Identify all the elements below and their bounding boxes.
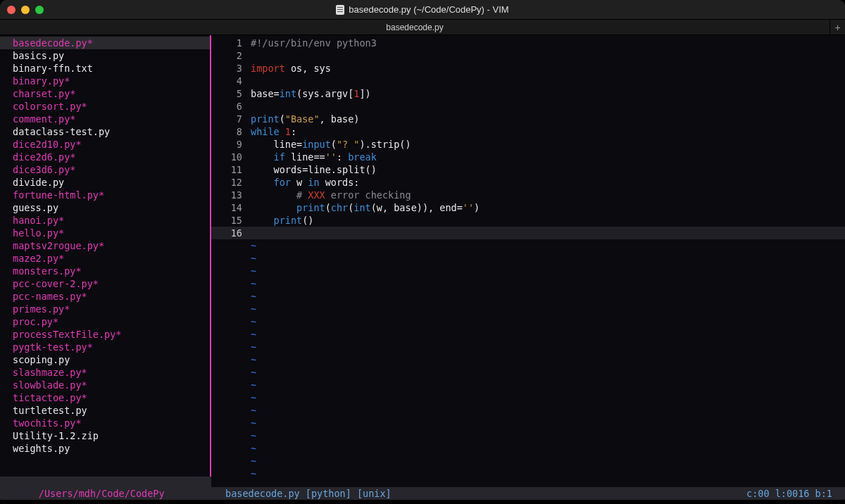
code-line (248, 227, 845, 239)
tilde-marker: ~ (251, 315, 256, 328)
add-tab-button[interactable]: + (830, 20, 845, 34)
file-row[interactable]: colorsort.py* (0, 100, 211, 113)
line-number: 9 (211, 138, 248, 151)
line-number: 14 (211, 201, 248, 214)
tilde-marker: ~ (251, 328, 256, 341)
file-row[interactable]: charset.py* (0, 87, 211, 100)
file-list: basedecode.py*basics.pybinary-ffn.txtbin… (0, 35, 211, 455)
line-number: 5 (211, 87, 248, 100)
file-row[interactable]: tictactoe.py* (0, 391, 211, 404)
code-line: print() (248, 214, 845, 227)
file-row[interactable]: twochits.py* (0, 417, 211, 429)
file-row[interactable]: turtletest.py (0, 404, 211, 417)
tab-label: basedecode.py (386, 23, 443, 32)
close-icon[interactable] (7, 6, 15, 14)
code-line (248, 100, 845, 113)
tilde-marker: ~ (251, 404, 256, 417)
line-number: 6 (211, 100, 248, 113)
file-row[interactable]: pcc-cover-2.py* (0, 277, 211, 290)
file-row[interactable]: fortune-html.py* (0, 189, 211, 201)
file-row[interactable]: pcc-names.py* (0, 290, 211, 303)
tilde-marker: ~ (251, 290, 256, 303)
status-cursor-pos: c:00 l:0016 b:1 (746, 488, 845, 499)
code-line: # XXX error checking (248, 189, 845, 201)
file-row[interactable]: hello.py* (0, 227, 211, 239)
tilde-marker: ~ (251, 391, 256, 404)
file-row[interactable]: guess.py (0, 201, 211, 214)
file-row[interactable]: slashmaze.py* (0, 366, 211, 379)
code-line: base=int(sys.argv[1]) (248, 87, 845, 100)
code-line: import os, sys (248, 62, 845, 75)
vim-window: basedecode.py (~/Code/CodePy) - VIM base… (0, 0, 845, 504)
line-number: 1 (211, 37, 248, 49)
code-buffer[interactable]: #!/usr/bin/env python3 import os, sys ba… (248, 35, 845, 487)
tilde-marker: ~ (251, 366, 256, 379)
line-number: 3 (211, 62, 248, 75)
zoom-icon[interactable] (35, 6, 44, 14)
code-line (248, 75, 845, 87)
line-number: 2 (211, 49, 248, 62)
tilde-marker: ~ (251, 442, 256, 455)
tilde-marker: ~ (251, 417, 256, 429)
tab-bar: basedecode.py + (0, 20, 845, 35)
file-row[interactable]: divide.py (0, 176, 211, 189)
line-number: 10 (211, 151, 248, 163)
file-row[interactable]: Utility-1.2.zip (0, 429, 211, 442)
file-row[interactable]: proc.py* (0, 315, 211, 328)
code-line: for w in words: (248, 176, 845, 189)
file-row[interactable]: pygtk-test.py* (0, 341, 211, 353)
file-row[interactable]: maptsv2rogue.py* (0, 239, 211, 252)
file-browser[interactable]: basedecode.py*basics.pybinary-ffn.txtbin… (0, 35, 211, 487)
titlebar: basedecode.py (~/Code/CodePy) - VIM (0, 0, 845, 20)
file-row[interactable]: comment.py* (0, 113, 211, 125)
tilde-marker: ~ (251, 467, 256, 480)
file-row[interactable]: binary.py* (0, 75, 211, 87)
file-row[interactable]: dice2d6.py* (0, 151, 211, 163)
split-divider[interactable] (210, 35, 211, 487)
document-icon (336, 5, 344, 15)
tilde-marker: ~ (251, 379, 256, 391)
tilde-marker: ~ (251, 429, 256, 442)
line-number-gutter: 12345678910111213141516 (211, 35, 248, 487)
tilde-marker: ~ (251, 265, 256, 277)
line-number: 13 (211, 189, 248, 201)
minimize-icon[interactable] (21, 6, 30, 14)
file-row[interactable]: weights.py (0, 442, 211, 455)
tilde-marker: ~ (251, 252, 256, 265)
bottom-padding (0, 500, 845, 504)
window-title: basedecode.py (~/Code/CodePy) - VIM (0, 4, 845, 15)
code-line: #!/usr/bin/env python3 (248, 37, 845, 49)
tab-active[interactable]: basedecode.py (0, 20, 830, 34)
tilde-marker: ~ (251, 303, 256, 315)
line-number: 12 (211, 176, 248, 189)
file-row[interactable]: primes.py* (0, 303, 211, 315)
status-file-info: basedecode.py [python] [unix] (211, 488, 746, 499)
line-number: 8 (211, 125, 248, 138)
line-number: 11 (211, 163, 248, 176)
file-row[interactable]: scoping.py (0, 353, 211, 366)
code-line (248, 49, 845, 62)
file-row[interactable]: basedecode.py* (0, 37, 211, 49)
file-row[interactable]: binary-ffn.txt (0, 62, 211, 75)
file-row[interactable]: dice3d6.py* (0, 163, 211, 176)
file-row[interactable]: processTextFile.py* (0, 328, 211, 341)
file-row[interactable]: slowblade.py* (0, 379, 211, 391)
file-row[interactable]: maze2.py* (0, 252, 211, 265)
status-bar: /Users/mdh/Code/CodePy basedecode.py [py… (0, 487, 845, 500)
plus-icon: + (834, 22, 840, 33)
line-number: 7 (211, 113, 248, 125)
file-row[interactable]: dataclass-test.py (0, 125, 211, 138)
editor-area: basedecode.py*basics.pybinary-ffn.txtbin… (0, 35, 845, 487)
file-row[interactable]: basics.py (0, 49, 211, 62)
traffic-lights (7, 6, 44, 14)
code-line: print("Base", base) (248, 113, 845, 125)
code-line: while 1: (248, 125, 845, 138)
status-path-text: /Users/mdh/Code/CodePy (39, 488, 165, 499)
tilde-marker: ~ (251, 239, 256, 252)
file-row[interactable]: dice2d10.py* (0, 138, 211, 151)
line-number: 16 (211, 227, 248, 239)
file-row[interactable]: monsters.py* (0, 265, 211, 277)
code-line: line=input("? ").strip() (248, 138, 845, 151)
code-line: if line=='': break (248, 151, 845, 163)
file-row[interactable]: hanoi.py* (0, 214, 211, 227)
